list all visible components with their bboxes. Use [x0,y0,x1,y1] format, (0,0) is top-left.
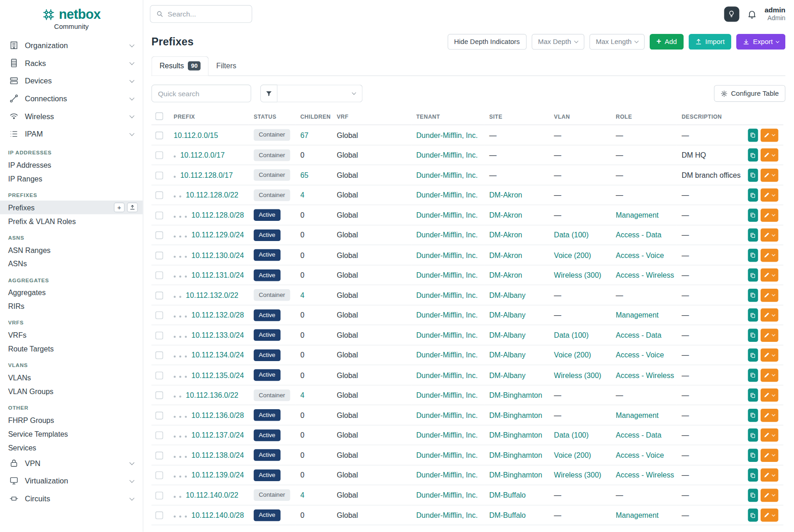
row-checkbox[interactable] [155,292,163,300]
sidebar-item-services[interactable]: Services [0,441,143,455]
row-checkbox[interactable] [155,512,163,520]
site-link[interactable]: DM-Albany [489,371,526,379]
sidebar-item-ipam[interactable]: IPAM [0,125,143,143]
role-link[interactable]: Access - Wireless [616,371,674,379]
sidebar-item-vlans[interactable]: VLANs [0,371,143,384]
tenant-link[interactable]: Dunder-Mifflin, Inc. [416,511,477,519]
copy-button[interactable] [748,208,758,222]
prefix-link[interactable]: 10.112.131.0/24 [192,271,244,279]
quick-import-button[interactable] [127,203,137,212]
copy-button[interactable] [748,349,758,362]
children-count-link[interactable]: 4 [300,391,304,399]
tenant-link[interactable]: Dunder-Mifflin, Inc. [416,451,477,459]
children-count-link[interactable]: 67 [300,131,308,139]
prefix-link[interactable]: 10.112.0.0/15 [174,131,218,139]
tenant-link[interactable]: Dunder-Mifflin, Inc. [416,331,477,339]
tenant-link[interactable]: Dunder-Mifflin, Inc. [416,231,477,239]
edit-button[interactable] [761,329,778,342]
tenant-link[interactable]: Dunder-Mifflin, Inc. [416,191,477,199]
tenant-link[interactable]: Dunder-Mifflin, Inc. [416,371,477,379]
search-input[interactable] [168,10,246,18]
edit-button[interactable] [761,488,778,502]
tenant-link[interactable]: Dunder-Mifflin, Inc. [416,351,477,359]
prefix-link[interactable]: 10.112.134.0/24 [192,351,244,359]
site-link[interactable]: DM-Buffalo [489,511,526,519]
copy-button[interactable] [748,248,758,262]
row-checkbox[interactable] [155,232,163,240]
tab-results[interactable]: Results 90 [151,56,208,77]
prefix-link[interactable]: 10.112.135.0/24 [192,371,244,379]
site-link[interactable]: DM-Binghamton [489,431,542,439]
role-link[interactable]: Access - Data [616,431,662,439]
children-count-link[interactable]: 4 [300,491,304,499]
row-checkbox[interactable] [155,452,163,460]
tenant-link[interactable]: Dunder-Mifflin, Inc. [416,391,477,399]
site-link[interactable]: DM-Albany [489,351,526,359]
site-link[interactable]: DM-Binghamton [489,391,542,399]
edit-button[interactable] [761,229,778,242]
tenant-link[interactable]: Dunder-Mifflin, Inc. [416,171,477,179]
sidebar-item-vlan-groups[interactable]: VLAN Groups [0,384,143,398]
copy-button[interactable] [748,488,758,502]
edit-button[interactable] [761,468,778,482]
add-button[interactable]: +Add [650,34,683,49]
edit-button[interactable] [761,289,778,302]
role-link[interactable]: Access - Data [616,331,662,339]
tenant-link[interactable]: Dunder-Mifflin, Inc. [416,491,477,499]
edit-button[interactable] [761,368,778,382]
site-link[interactable]: DM-Binghamton [489,471,542,479]
sidebar-item-racks[interactable]: Racks [0,54,143,72]
saved-filter-select[interactable] [278,85,363,103]
sidebar-item-route-targets[interactable]: Route Targets [0,342,143,356]
row-checkbox[interactable] [155,132,163,139]
children-count-link[interactable]: 4 [300,191,304,199]
sidebar-item-connections[interactable]: Connections [0,90,143,108]
role-link[interactable]: Access - Voice [616,251,664,259]
vlan-link[interactable]: Wireless (300) [554,371,601,379]
row-checkbox[interactable] [155,192,163,199]
prefix-link[interactable]: 10.112.137.0/24 [192,431,244,439]
sidebar-item-aggregates[interactable]: Aggregates [0,285,143,299]
prefix-link[interactable]: 10.112.128.0/17 [180,171,233,179]
prefix-link[interactable]: 10.112.129.0/24 [192,231,244,239]
site-link[interactable]: DM-Binghamton [489,451,542,459]
role-link[interactable]: Management [616,511,659,519]
edit-button[interactable] [761,269,778,282]
site-link[interactable]: DM-Akron [489,271,522,279]
column-header-role[interactable]: Role [611,110,677,125]
children-count-link[interactable]: 65 [300,171,308,179]
copy-button[interactable] [748,428,758,442]
prefix-link[interactable]: 10.112.130.0/24 [192,251,244,259]
site-link[interactable]: DM-Binghamton [489,411,542,419]
row-checkbox[interactable] [155,332,163,340]
sidebar-item-vpn[interactable]: VPN [0,454,143,472]
sidebar-item-vrfs[interactable]: VRFs [0,328,143,342]
copy-button[interactable] [748,468,758,482]
column-header-tenant[interactable]: Tenant [411,110,484,125]
row-checkbox[interactable] [155,492,163,499]
edit-button[interactable] [761,169,778,182]
vlan-link[interactable]: Wireless (300) [554,271,601,279]
copy-button[interactable] [748,389,758,402]
export-button[interactable]: Export [736,34,785,49]
sidebar-item-circuits[interactable]: Circuits [0,490,143,508]
tenant-link[interactable]: Dunder-Mifflin, Inc. [416,431,477,439]
copy-button[interactable] [748,269,758,282]
select-all-checkbox[interactable] [155,113,163,121]
prefix-link[interactable]: 10.112.0.0/17 [180,151,225,159]
prefix-link[interactable]: 10.112.140.0/22 [186,491,239,499]
row-checkbox[interactable] [155,352,163,360]
prefix-link[interactable]: 10.112.138.0/24 [192,451,244,459]
copy-button[interactable] [748,449,758,462]
role-link[interactable]: Access - Wireless [616,271,674,279]
site-link[interactable]: DM-Buffalo [489,491,526,499]
site-link[interactable]: DM-Akron [489,191,522,199]
row-checkbox[interactable] [155,312,163,319]
copy-button[interactable] [748,409,758,422]
prefix-link[interactable]: 10.112.132.0/28 [192,311,244,319]
tab-filters[interactable]: Filters [209,56,244,76]
role-link[interactable]: Management [616,311,659,319]
edit-button[interactable] [761,148,778,162]
prefix-link[interactable]: 10.112.139.0/24 [192,471,244,479]
site-link[interactable]: DM-Albany [489,331,526,339]
